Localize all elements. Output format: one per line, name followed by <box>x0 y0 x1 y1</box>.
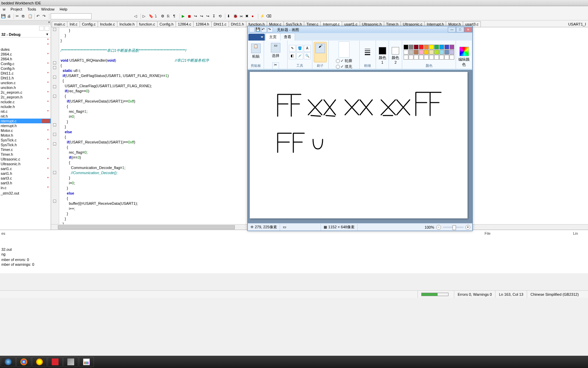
edit-colors-button[interactable]: 编辑颜色 <box>458 45 471 65</box>
file-list-item[interactable]: Config.h <box>0 66 51 71</box>
bookmark-next-icon[interactable]: ⤵ <box>154 14 160 19</box>
build-output[interactable]: es File Lin 32.out ng mber of errors: 0 … <box>0 230 588 273</box>
fold-icon[interactable]: - <box>53 66 56 69</box>
bookmark-icon[interactable]: 🔖 <box>148 14 154 19</box>
text-icon[interactable]: A <box>304 45 311 52</box>
save-icon[interactable] <box>1 14 6 19</box>
ribbon-tab-view[interactable]: 查看 <box>280 33 295 41</box>
palette-color[interactable] <box>439 45 444 49</box>
file-list-item[interactable]: in.c* <box>0 185 51 190</box>
palette-color[interactable] <box>450 45 454 49</box>
fold-icon[interactable]: - <box>53 142 56 145</box>
crop-icon[interactable]: ✂ <box>272 62 279 69</box>
palette-color[interactable] <box>439 55 444 60</box>
nav-back-icon[interactable]: ◁ <box>134 14 139 19</box>
taskbar-chrome[interactable] <box>16 357 31 367</box>
file-list-item[interactable]: _stm32.out <box>0 191 51 196</box>
undo-icon[interactable]: ↶ <box>261 27 267 32</box>
paint-qat-icon[interactable] <box>249 27 255 32</box>
erase-icon[interactable]: ⌫ <box>266 14 271 19</box>
color1-button[interactable]: 颜色 1 <box>377 47 388 63</box>
file-list-item[interactable]: Timer.c* <box>0 147 51 152</box>
file-list[interactable]: **dules2864.c*2864.hConfig.c*Config.hDht… <box>0 37 51 230</box>
file-list-item[interactable]: sart3.c* <box>0 176 51 181</box>
palette-color[interactable] <box>424 45 429 49</box>
palette-color[interactable] <box>434 45 439 49</box>
paint-file-menu[interactable] <box>248 34 265 41</box>
step-into-icon[interactable] <box>200 14 205 19</box>
fold-icon[interactable]: - <box>53 123 56 126</box>
palette-color[interactable] <box>429 55 434 60</box>
file-list-item[interactable]: 2c_eeprom.c* <box>0 90 51 95</box>
file-list-item[interactable]: unction.c* <box>0 80 51 85</box>
outline-label[interactable]: ✓ 轮廓 <box>341 58 352 63</box>
palette-color[interactable] <box>434 50 439 55</box>
palette-color[interactable] <box>404 45 408 49</box>
compile-icon[interactable]: ⎘ <box>167 14 172 19</box>
save-icon[interactable]: 💾 <box>255 27 261 32</box>
file-list-item[interactable]: nit.c* <box>0 109 51 114</box>
file-list-item[interactable]: nterrupt.h <box>0 123 51 128</box>
stroke-size-button[interactable] <box>364 44 371 60</box>
fold-icon[interactable]: - <box>53 200 56 203</box>
hscroll-thumb[interactable] <box>58 225 235 229</box>
sidebar-tool-icon[interactable] <box>45 26 49 31</box>
palette-color[interactable] <box>414 45 419 49</box>
config-dropdown-icon[interactable]: ▾ <box>45 32 49 36</box>
paste-icon[interactable] <box>28 14 33 19</box>
zoom-icon[interactable]: 🔍 <box>304 52 311 59</box>
palette-color[interactable] <box>444 45 449 49</box>
zoom-in-button[interactable]: + <box>466 225 470 230</box>
go-icon[interactable] <box>181 14 187 19</box>
copy-icon[interactable] <box>21 14 27 19</box>
file-list-item[interactable]: SysTick.h <box>0 142 51 147</box>
shapes-gallery[interactable] <box>339 41 349 58</box>
editor-tab[interactable]: Config.c <box>80 21 98 27</box>
taskbar-potplayer[interactable] <box>32 357 47 367</box>
undo-icon[interactable] <box>36 14 42 19</box>
palette-color[interactable] <box>409 50 413 55</box>
file-list-item[interactable]: * <box>0 42 51 47</box>
file-list-item[interactable]: sart1.c* <box>0 166 51 171</box>
paint-canvas-scroll[interactable] <box>248 70 472 223</box>
code-gutter[interactable]: - - - - - - - - - - - <box>51 27 59 224</box>
palette-color[interactable] <box>444 50 449 55</box>
file-list-item[interactable]: Motor.c* <box>0 128 51 133</box>
file-list-item[interactable]: sart3.h <box>0 181 51 185</box>
editor-tab[interactable]: Dht11.h <box>229 21 247 27</box>
print-icon[interactable] <box>7 14 12 19</box>
palette-color[interactable] <box>414 50 419 55</box>
download-icon[interactable]: ⬇ <box>227 14 232 19</box>
windows-taskbar[interactable] <box>0 356 588 368</box>
editor-tab[interactable]: main.c <box>52 21 67 27</box>
menu-w[interactable]: w <box>1 7 7 11</box>
maximize-button[interactable]: □ <box>456 27 464 32</box>
fold-icon[interactable]: - <box>53 28 56 31</box>
file-list-item[interactable]: 2864.c* <box>0 52 51 57</box>
fold-icon[interactable]: - <box>53 171 56 174</box>
fill-icon[interactable]: 🪣 <box>296 45 303 52</box>
make-icon[interactable] <box>161 14 166 19</box>
paste-button[interactable]: 📋粘贴 <box>249 42 262 62</box>
file-list-item[interactable]: 2c_eeprom.h <box>0 95 51 99</box>
editor-tab[interactable]: 12864.h <box>193 21 212 27</box>
palette-color[interactable] <box>409 55 413 60</box>
breakpoint-icon[interactable] <box>251 14 257 19</box>
taskbar-paint[interactable] <box>79 357 94 367</box>
menu-project[interactable]: Project <box>9 7 24 11</box>
file-list-item[interactable]: Config.c* <box>0 61 51 66</box>
palette-color[interactable] <box>424 55 429 60</box>
editor-tab[interactable]: Config.h <box>157 21 176 27</box>
file-list-item[interactable]: unction.h <box>0 85 51 90</box>
fold-icon[interactable]: - <box>53 61 56 64</box>
minimize-button[interactable]: — <box>448 27 456 32</box>
redo-icon[interactable] <box>42 14 48 19</box>
pencil-icon[interactable]: ✎ <box>289 45 296 52</box>
nav-fwd-icon[interactable]: ▷ <box>142 14 148 19</box>
paint-titlebar[interactable]: 💾 ↶ ↷ 无标题 - 画图 — □ ✕ <box>248 26 472 33</box>
file-list-item[interactable]: Dht11.h <box>0 76 51 80</box>
select-button[interactable]: ▭选择 <box>269 41 282 62</box>
palette-color[interactable] <box>409 45 413 49</box>
taskbar-iar[interactable] <box>63 357 78 367</box>
zoom-out-button[interactable]: − <box>436 225 441 230</box>
